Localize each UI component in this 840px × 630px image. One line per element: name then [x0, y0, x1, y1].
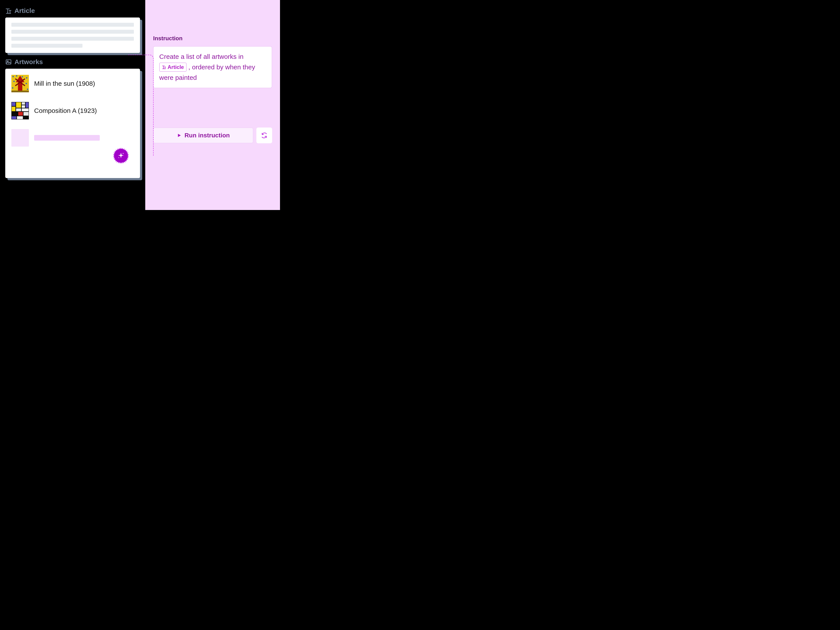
artwork-thumbnail: [11, 102, 29, 120]
run-button-label: Run instruction: [185, 132, 230, 139]
refresh-button[interactable]: [256, 128, 272, 143]
svg-point-10: [12, 87, 13, 88]
svg-rect-27: [23, 112, 29, 116]
svg-rect-28: [11, 116, 17, 120]
artwork-thumbnail: [11, 75, 29, 92]
svg-point-7: [26, 77, 27, 79]
refresh-icon: [261, 132, 267, 139]
left-pane: Article Artworks: [0, 0, 145, 210]
svg-rect-29: [17, 116, 23, 120]
svg-point-6: [22, 76, 23, 77]
svg-rect-19: [16, 102, 21, 108]
instruction-text-prefix: Create a list of all artworks in: [159, 53, 243, 60]
artwork-row[interactable]: Composition A (1923): [11, 102, 134, 120]
svg-rect-25: [11, 112, 18, 116]
artwork-row-placeholder: [11, 129, 134, 147]
artworks-section-heading: Artworks: [5, 58, 140, 66]
svg-point-8: [13, 81, 15, 82]
svg-rect-30: [23, 116, 29, 120]
svg-point-5: [16, 75, 17, 77]
svg-rect-16: [11, 90, 29, 92]
placeholder-thumbnail: [11, 129, 29, 147]
text-icon: [162, 65, 166, 69]
svg-rect-23: [16, 108, 21, 112]
artwork-title: Mill in the sun (1908): [34, 80, 95, 87]
svg-point-9: [25, 83, 27, 84]
ai-sparkle-badge[interactable]: [114, 149, 128, 163]
artwork-row[interactable]: Mill in the sun (1908): [11, 75, 134, 92]
right-pane: Instruction Create a list of all artwork…: [145, 0, 280, 210]
svg-marker-47: [178, 134, 181, 137]
article-card: [5, 17, 140, 53]
svg-point-4: [13, 76, 14, 77]
text-icon: [5, 8, 12, 14]
article-section-heading: Article: [5, 7, 140, 14]
instruction-box[interactable]: Create a list of all artworks in Article…: [153, 46, 272, 88]
play-icon: [177, 133, 182, 138]
instruction-label: Instruction: [153, 35, 272, 42]
svg-rect-18: [11, 102, 16, 106]
artwork-title: Composition A (1923): [34, 107, 97, 114]
image-icon: [5, 58, 12, 65]
svg-rect-21: [25, 102, 29, 108]
svg-rect-22: [11, 106, 16, 112]
artworks-heading-text: Artworks: [14, 58, 43, 66]
chip-label: Article: [167, 63, 184, 71]
svg-rect-26: [18, 112, 23, 116]
article-reference-chip[interactable]: Article: [159, 63, 186, 72]
run-instruction-button[interactable]: Run instruction: [153, 128, 253, 143]
svg-rect-20: [21, 102, 25, 105]
svg-rect-1: [6, 60, 11, 64]
placeholder-title: [34, 135, 100, 141]
svg-point-11: [27, 88, 28, 90]
article-heading-text: Article: [14, 7, 35, 14]
